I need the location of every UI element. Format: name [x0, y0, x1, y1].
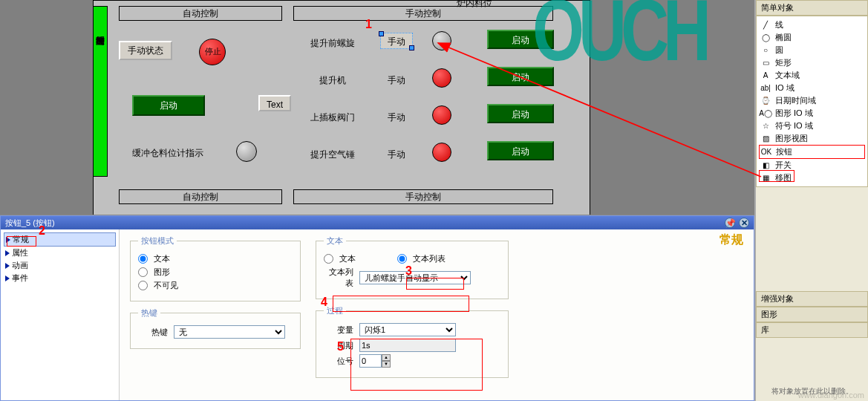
palette-item-label: 图形视图	[775, 133, 808, 144]
palette-item-图形视图[interactable]: ▨图形视图	[759, 132, 865, 145]
palette-item-label: 文本域	[775, 70, 800, 81]
palette-item-线[interactable]: ╱线	[759, 19, 865, 31]
palette-item-icon: ◧	[760, 160, 771, 171]
buffer-level-label: 缓冲仓料位计指示	[132, 147, 203, 160]
text-mode-textlist-radio[interactable]	[397, 254, 407, 264]
row-label: 提升前螺旋	[310, 37, 355, 50]
drop-target[interactable]: 将对象放置在此以删除。	[756, 382, 868, 401]
row-mode-label: 手动	[388, 111, 405, 124]
row-label: 提升空气锤	[310, 149, 355, 161]
cycle-input	[359, 339, 456, 352]
palette-item-label: 图形 IO 域	[775, 108, 813, 119]
arrow-icon	[5, 276, 10, 281]
manual-state-button[interactable]: 手动状态	[119, 41, 172, 60]
arrow-icon	[5, 263, 10, 269]
palette-body: ╱线◯椭圆○圆▭矩形A文本域ab|IO 域⌚日期时间域A◯图形 IO 域☆符号 …	[756, 16, 868, 187]
palette-item-icon: ○	[760, 45, 771, 56]
palette-item-label: 线	[775, 19, 783, 30]
properties-title: 按钮_5 (按钮)	[5, 218, 55, 229]
header-manual: 手动控制	[293, 6, 553, 21]
palette-item-label: 按钮	[776, 146, 792, 157]
palette-item-label: 符号 IO 域	[775, 120, 813, 131]
tool-palette: 简单对象 ╱线◯椭圆○圆▭矩形A文本域ab|IO 域⌚日期时间域A◯图形 IO …	[754, 0, 868, 401]
header-manual-2: 手动控制	[293, 189, 553, 204]
arrow-icon	[5, 250, 10, 256]
palette-item-符号 IO 域[interactable]: ☆符号 IO 域	[759, 120, 865, 132]
properties-form: 常规 按钮模式 文本 图形 不可见 热键	[120, 229, 754, 400]
palette-item-label: 圆	[775, 45, 783, 56]
tree-item-props[interactable]: 属性	[4, 247, 116, 259]
bit-spinner[interactable]: ▲▼	[359, 354, 391, 368]
section-strip: 缓冲仓加料控制	[93, 6, 108, 177]
text-button[interactable]: Text	[258, 95, 291, 111]
tree-item-general[interactable]: 常规	[4, 232, 116, 247]
button-mode-fieldset: 按钮模式 文本 图形 不可见	[130, 235, 301, 301]
palette-item-icon: ◯	[760, 33, 771, 43]
furnace-level-label: 炉内料位	[457, 0, 492, 10]
header-auto-2: 自动控制	[119, 189, 282, 204]
palette-item-椭圆[interactable]: ◯椭圆	[759, 31, 865, 44]
text-fieldset: 文本 文本 文本列表 文本列表 儿前螺旋手自动显示	[316, 235, 509, 299]
spin-up-icon[interactable]: ▲	[382, 354, 391, 361]
palette-item-icon: ab|	[760, 83, 771, 94]
palette-item-文本域[interactable]: A文本域	[759, 69, 865, 82]
mode-invisible-radio[interactable]	[138, 281, 148, 290]
textlist-label: 文本列表	[324, 267, 353, 289]
properties-tree[interactable]: 常规 属性 动画 事件	[1, 229, 120, 400]
palette-header-simple[interactable]: 简单对象	[756, 0, 868, 16]
palette-header-enhanced[interactable]: 增强对象	[756, 291, 868, 307]
palette-item-label: 移图	[775, 172, 792, 183]
palette-item-icon: ⌚	[760, 96, 771, 106]
row-indicator	[432, 143, 451, 162]
row-mode-label: 手动	[388, 149, 405, 161]
screen-canvas[interactable]: OL TUCLOU Green Energy 缓冲仓加料控制 自动控制 手动控制…	[0, 0, 754, 215]
cycle-label: 周期	[324, 340, 353, 351]
var-select[interactable]: 闪烁1	[359, 323, 456, 336]
row-label: 提升机	[319, 74, 346, 87]
row-indicator	[432, 31, 451, 50]
stop-label: 停止	[205, 46, 221, 57]
palette-item-IO 域[interactable]: ab|IO 域	[759, 82, 865, 94]
mode-text-radio[interactable]	[138, 254, 148, 264]
palette-item-矩形[interactable]: ▭矩形	[759, 56, 865, 69]
close-icon[interactable]: ✕	[739, 218, 749, 228]
palette-header-graphic[interactable]: 图形	[756, 307, 868, 322]
palette-item-图形 IO 域[interactable]: A◯图形 IO 域	[759, 107, 865, 120]
palette-item-日期时间域[interactable]: ⌚日期时间域	[759, 94, 865, 107]
textlist-select[interactable]: 儿前螺旋手自动显示	[359, 271, 471, 284]
palette-item-icon: ☆	[760, 121, 771, 131]
row-start-button[interactable]: 启动	[487, 141, 554, 160]
var-label: 变量	[324, 325, 353, 336]
hotkey-select[interactable]: 无	[174, 325, 285, 339]
properties-title-bar: 按钮_5 (按钮) 📌 ✕	[1, 216, 754, 229]
palette-item-圆[interactable]: ○圆	[759, 44, 865, 56]
hotkey-fieldset: 热键 热键 无	[130, 307, 301, 349]
hotkey-label: 热键	[138, 327, 168, 338]
palette-item-按钮[interactable]: OK按钮	[759, 145, 865, 159]
tree-item-anim[interactable]: 动画	[4, 259, 116, 272]
row-mode-button-selected[interactable]: 手动	[380, 33, 413, 49]
bit-input[interactable]	[359, 354, 382, 368]
tree-item-events[interactable]: 事件	[4, 272, 116, 284]
palette-item-label: 开关	[775, 160, 792, 171]
row-start-button[interactable]: 启动	[487, 104, 554, 123]
auto-start-button[interactable]: 启动	[132, 95, 205, 116]
pin-icon[interactable]: 📌	[725, 218, 735, 228]
palette-item-label: 矩形	[775, 57, 792, 68]
spin-down-icon[interactable]: ▼	[382, 361, 391, 368]
header-auto: 自动控制	[119, 6, 282, 21]
palette-item-移图[interactable]: ▦移图	[759, 172, 865, 184]
buffer-level-indicator	[236, 141, 257, 162]
palette-item-icon: A◯	[760, 108, 771, 119]
palette-item-label: IO 域	[775, 82, 794, 94]
text-mode-text-radio[interactable]	[324, 254, 333, 264]
text-legend: 文本	[324, 235, 346, 247]
mode-graphic-radio[interactable]	[138, 267, 148, 277]
palette-item-label: 椭圆	[775, 32, 792, 43]
palette-item-开关[interactable]: ◧开关	[759, 159, 865, 172]
palette-item-icon: OK	[761, 147, 771, 157]
palette-header-lib[interactable]: 库	[756, 322, 868, 338]
form-heading: 常规	[719, 232, 743, 248]
button-mode-legend: 按钮模式	[138, 235, 177, 247]
process-legend: 过程	[324, 305, 346, 316]
